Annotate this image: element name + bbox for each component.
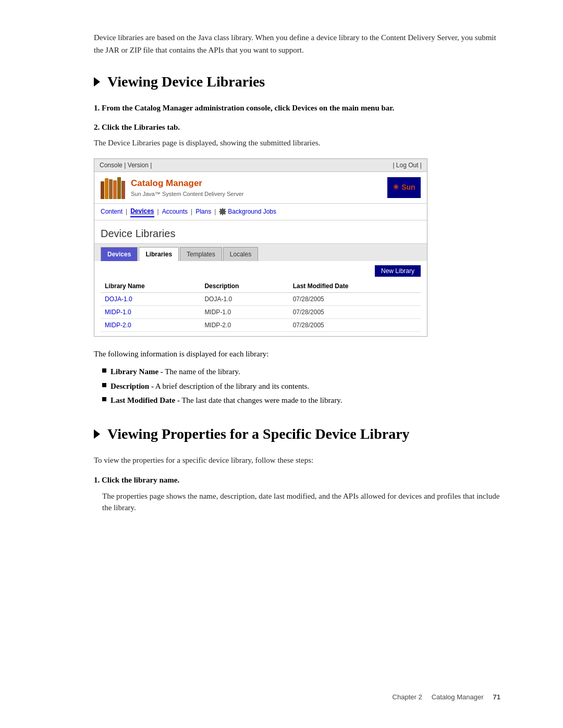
bullet-text-1: The name of the library. [165,367,240,376]
intro-paragraph: Device libraries are based on the Java c… [94,31,500,56]
table-row: DOJA-1.0 DOJA-1.0 07/28/2005 [101,292,421,305]
bullet-icon-3 [102,397,106,401]
bullet-label-2: Description - [111,382,154,390]
topbar: Console | Version | | Log Out | [94,159,427,172]
table-row: MIDP-2.0 MIDP-2.0 07/28/2005 [101,318,421,331]
libraries-table: Library Name Description Last Modified D… [101,280,421,332]
new-library-button[interactable]: New Library [375,265,421,277]
ss-table-area: New Library Library Name Description Las… [94,261,427,336]
screenshot-box: Console | Version | | Log Out | [94,158,427,337]
catalog-image [101,176,126,199]
tab-templates[interactable]: Templates [180,247,222,261]
nav-sep4: | [214,207,216,216]
cell-date-2: 07/28/2005 [289,305,421,318]
col-description: Description [200,280,288,293]
bullet-icon-2 [102,383,106,387]
ss-tabs: Devices Libraries Templates Locales [94,244,427,261]
bullet-last-modified: Last Modified Date - The last date that … [102,394,500,406]
col-last-modified: Last Modified Date [289,280,421,293]
ss-header: Catalog Manager Sun Java™ System Content… [94,172,427,204]
section2-step1-desc: The properties page shows the name, desc… [102,490,500,514]
section2-title: Viewing Properties for a Specific Device… [94,423,500,445]
table-header: Library Name Description Last Modified D… [101,280,421,293]
library-link-midp1[interactable]: MIDP-1.0 [105,309,131,316]
cell-desc-2: MIDP-1.0 [200,305,288,318]
bullet-icon-1 [102,368,106,373]
footer-page: 71 [493,693,500,701]
bullet-text-2: A brief description of the library and i… [155,382,309,390]
topbar-left: Console | Version | [100,161,152,170]
cell-desc-3: MIDP-2.0 [200,318,288,331]
triangle-icon [94,77,100,87]
ss-nav: Content | Devices | Accounts | Plans | B… [94,204,427,220]
info-bullet-list: Library Name - The name of the library. … [102,366,500,406]
table-row: MIDP-1.0 MIDP-1.0 07/28/2005 [101,305,421,318]
sun-logo: ☀ Sun [393,182,415,193]
nav-sep1: | [126,207,127,216]
nav-plans[interactable]: Plans [195,207,211,216]
cell-name-2: MIDP-1.0 [101,305,200,318]
tab-libraries[interactable]: Libraries [139,247,179,261]
section2-step1: 1. Click the library name. The propertie… [94,474,500,514]
nav-accounts[interactable]: Accounts [162,207,188,216]
page-footer: Chapter 2 Catalog Manager 71 [393,692,500,702]
bullet-library-name: Library Name - The name of the library. [102,366,500,378]
bullet-description: Description - A brief description of the… [102,380,500,392]
triangle-icon-2 [94,429,100,439]
ss-header-title: Catalog Manager Sun Java™ System Content… [131,177,243,199]
catalog-manager-title: Catalog Manager [131,177,243,190]
section2-intro: To view the properties for a specific de… [94,454,500,466]
ss-table-toolbar: New Library [101,265,421,277]
section-viewing-device-libraries: Viewing Device Libraries 1. From the Cat… [94,71,500,406]
nav-content[interactable]: Content [101,207,123,216]
bullet-label-1: Library Name - [111,367,163,376]
table-header-row: Library Name Description Last Modified D… [101,280,421,293]
cell-name-1: DOJA-1.0 [101,292,200,305]
ss-header-left: Catalog Manager Sun Java™ System Content… [101,176,243,199]
page: Device libraries are based on the Java c… [0,0,563,728]
ss-page-title: Device Libraries [94,220,427,244]
step2-label: 2. Click the Libraries tab. [94,121,500,133]
section-viewing-properties: Viewing Properties for a Specific Device… [94,423,500,514]
step2: 2. Click the Libraries tab. The Device L… [94,121,500,149]
cell-date-1: 07/28/2005 [289,292,421,305]
step2-desc: The Device Libraries page is displayed, … [94,137,500,149]
gear-icon [219,208,226,215]
catalog-manager-subtitle: Sun Java™ System Content Delivery Server [131,190,243,199]
nav-devices[interactable]: Devices [130,206,154,217]
nav-background-jobs[interactable]: Background Jobs [219,207,276,216]
tab-devices[interactable]: Devices [101,247,138,261]
following-text: The following information is displayed f… [94,348,500,360]
cell-name-3: MIDP-2.0 [101,318,200,331]
library-link-doja1[interactable]: DOJA-1.0 [105,295,132,303]
library-link-midp2[interactable]: MIDP-2.0 [105,322,131,329]
cell-date-3: 07/28/2005 [289,318,421,331]
step1-text: 1. From the Catalog Manager administrati… [94,102,500,114]
nav-sep3: | [191,207,192,216]
bullet-label-3: Last Modified Date - [111,396,180,404]
section2-step1-label: 1. Click the library name. [94,474,500,486]
sun-logo-box: ☀ Sun [387,177,421,198]
footer-chapter: Chapter 2 [393,693,422,701]
footer-section: Catalog Manager [432,693,484,701]
topbar-right: | Log Out | [393,161,422,170]
nav-sep2: | [157,207,159,216]
section1-title: Viewing Device Libraries [94,71,500,93]
step1: 1. From the Catalog Manager administrati… [94,102,500,114]
tab-locales[interactable]: Locales [223,247,258,261]
nav-background-jobs-link[interactable]: Background Jobs [228,207,276,216]
bullet-text-3: The last date that changes were made to … [181,396,342,404]
table-body: DOJA-1.0 DOJA-1.0 07/28/2005 MIDP-1.0 MI… [101,292,421,331]
col-library-name: Library Name [101,280,200,293]
cell-desc-1: DOJA-1.0 [200,292,288,305]
